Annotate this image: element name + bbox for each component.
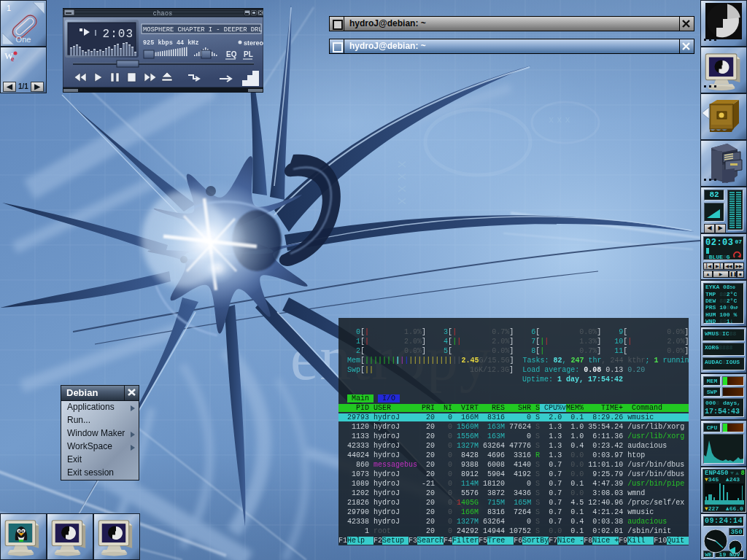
svg-text:1: 1 xyxy=(7,4,11,12)
svg-text:stereo: stereo xyxy=(244,39,263,47)
svg-text:MOSPHERE CHAPTER I - DEEPER DR: MOSPHERE CHAPTER I - DEEPER DRL xyxy=(143,26,263,34)
svg-text:xxxx: xxxx xyxy=(395,160,409,209)
svg-text:e: e xyxy=(11,55,15,63)
svg-text:One: One xyxy=(16,35,31,44)
svg-text:chaos: chaos xyxy=(152,10,172,18)
svg-text:xxx: xxx xyxy=(549,115,573,125)
svg-text:PL: PL xyxy=(244,50,253,58)
svg-text:925 kbps 44 kHz: 925 kbps 44 kHz xyxy=(143,39,199,47)
svg-text:EQ: EQ xyxy=(226,50,237,58)
svg-text:2:03: 2:03 xyxy=(103,28,133,41)
